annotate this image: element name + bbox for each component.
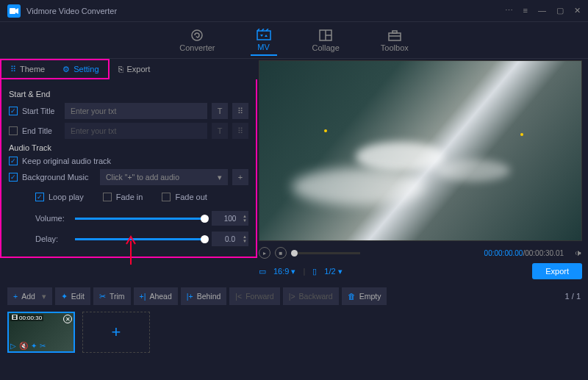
clip-duration: 🎞00:00:30 [10,315,43,321]
tab-converter-label: Converter [179,43,215,52]
video-preview[interactable] [259,60,582,241]
stop-button[interactable]: ■ [275,247,287,259]
svg-rect-2 [257,31,270,40]
film-icon: 🎞 [12,315,18,321]
pager: 1 / 1 [565,292,581,301]
aspect-icon: ▭ [259,267,266,276]
menu-icon[interactable]: ≡ [523,6,528,15]
behind-button[interactable]: |+Behind [181,287,227,305]
chevron-down-icon: ▾ [218,173,222,182]
converter-icon [190,29,204,42]
remove-clip-button[interactable]: ✕ [63,315,72,323]
delay-slider[interactable] [75,238,204,240]
bgm-select-value: Click "+" to add audio [106,173,179,182]
add-button[interactable]: +Add▾ [7,287,52,305]
start-title-input[interactable] [65,103,207,119]
maximize-icon[interactable]: ▢ [556,6,564,15]
settings-panel: ⠿ Theme ⚙ Setting ⎘ Export Start & End ✓… [0,59,257,281]
bgm-select[interactable]: Click "+" to add audio ▾ [100,169,228,185]
bgm-checkbox[interactable]: ✓ [9,173,18,182]
volume-icon[interactable]: 🕩 [574,248,582,257]
play-icon[interactable]: ▷ [10,342,16,350]
keep-audio-checkbox[interactable]: ✓ [9,157,18,165]
trim-button[interactable]: ✂Trim [93,287,131,305]
forward-icon: |< [235,292,242,301]
backward-icon: |> [289,292,295,301]
gear-icon: ⚙ [62,65,70,74]
end-title-checkbox[interactable]: ✓ [9,126,18,135]
loop-checkbox[interactable]: ✓ [35,193,44,201]
wand-icon: ✦ [61,292,68,301]
export-icon: ⎘ [118,65,123,74]
end-title-label: End Title [22,126,60,135]
fadein-label: Fade in [116,193,143,201]
add-clip-button[interactable]: + [82,312,150,353]
subtab-setting[interactable]: ⚙ Setting [54,60,107,78]
volume-label: Volume: [35,214,68,223]
volume-slider[interactable] [75,218,204,220]
playback-controls: ▸ ■ 00:00:00.00/00:00:30.01 🕩 [259,244,582,262]
plus-icon: + [13,292,18,301]
split-select[interactable]: 1/2 ▾ [324,267,342,276]
feedback-icon[interactable]: ⋯ [505,6,513,15]
subtab-export-label: Export [127,65,151,74]
text-style-icon[interactable]: T [212,103,228,119]
subtab-theme[interactable]: ⠿ Theme [1,60,54,78]
trim-icon[interactable]: ✂ [40,342,46,350]
bottom-toolbar: +Add▾ ✦Edit ✂Trim +|Ahead |+Behind |<For… [0,285,588,307]
clip-thumbnails: 🎞00:00:30 ✕ ▷ 🔇 ✦ ✂ + [0,307,588,355]
main-area: ⠿ Theme ⚙ Setting ⎘ Export Start & End ✓… [0,59,588,281]
start-title-checkbox[interactable]: ✓ [9,107,18,115]
split-icon: ▯ [312,267,317,276]
effects-icon[interactable]: ✦ [31,342,37,350]
tab-mv[interactable]: MV [251,25,277,56]
fadein-checkbox[interactable]: ✓ [103,193,112,201]
preview-panel: ▸ ■ 00:00:00.00/00:00:30.01 🕩 ▭ 16:9 ▾ |… [257,59,588,281]
svg-point-1 [192,30,202,40]
app-logo [7,4,21,18]
mute-icon[interactable]: 🔇 [19,342,28,350]
svg-rect-6 [389,33,401,40]
subtab-setting-label: Setting [74,65,98,74]
grip-icon[interactable]: ⠿ [232,103,248,119]
delay-label: Delay: [35,234,68,243]
close-icon[interactable]: ✕ [574,6,581,15]
window-controls: ⋯ ≡ — ▢ ✕ [505,6,581,15]
svg-rect-7 [392,31,397,33]
tab-converter[interactable]: Converter [173,26,220,55]
startend-heading: Start & End [9,90,248,98]
minimize-icon[interactable]: — [538,6,546,15]
play-button[interactable]: ▸ [259,247,270,259]
forward-button[interactable]: |<Forward [229,287,279,305]
volume-value[interactable]: 100▲▼ [212,211,248,226]
tab-toolbox-label: Toolbox [381,43,409,52]
tab-collage[interactable]: Collage [306,26,345,55]
subtab-export[interactable]: ⎘ Export [110,59,159,79]
tab-toolbox[interactable]: Toolbox [375,26,415,55]
grip-icon[interactable]: ⠿ [232,123,248,139]
edit-button[interactable]: ✦Edit [55,287,90,305]
svg-rect-0 [10,8,15,14]
empty-button[interactable]: 🗑Empty [342,287,387,305]
delay-value[interactable]: 0.0▲▼ [212,232,248,246]
titlebar: Vidmore Video Converter ⋯ ≡ — ▢ ✕ [0,0,588,22]
progress-bar[interactable] [291,252,360,254]
tab-mv-label: MV [257,43,270,51]
bgm-label: Background Music [22,173,96,182]
ahead-icon: +| [140,292,146,301]
text-style-icon[interactable]: T [212,123,228,139]
backward-button[interactable]: |>Backward [283,287,339,305]
start-title-label: Start Title [22,107,60,115]
subtab-theme-label: Theme [20,65,45,74]
sub-tabs: ⠿ Theme ⚙ Setting ⎘ Export [0,59,257,79]
end-title-input[interactable] [65,123,207,139]
add-audio-button[interactable]: + [232,169,248,185]
aspect-select[interactable]: 16:9 ▾ [273,267,295,276]
ahead-button[interactable]: +|Ahead [134,287,178,305]
toolbox-icon [387,29,402,42]
clip-thumbnail[interactable]: 🎞00:00:30 ✕ ▷ 🔇 ✦ ✂ [7,312,75,353]
behind-icon: |+ [187,292,193,301]
theme-icon: ⠿ [10,65,16,74]
fadeout-checkbox[interactable]: ✓ [162,193,171,201]
export-button[interactable]: Export [532,263,582,279]
